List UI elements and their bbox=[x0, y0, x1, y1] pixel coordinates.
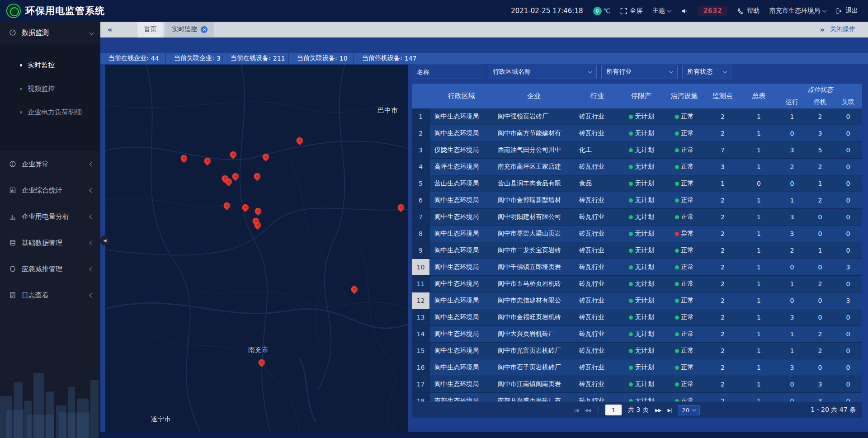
table-header: 行政区域 企业 行业 停限产 治污设施 监测点 总表 点位状态 运行 停机 失联 bbox=[412, 84, 862, 108]
name-filter-input[interactable] bbox=[412, 65, 483, 79]
sidebar-item-0[interactable]: 数据监测 bbox=[0, 22, 100, 43]
tabs-scroll-left-icon[interactable]: « bbox=[108, 25, 112, 34]
cell-meters: 1 bbox=[740, 393, 778, 401]
cell-facility-status: 正常 bbox=[663, 292, 706, 309]
map-collapse-button[interactable]: ◀ bbox=[100, 235, 110, 245]
cell-stopped: 5 bbox=[806, 142, 834, 158]
table-row[interactable]: 17阆中生态环境局阆中市江南镇阆南页岩砖瓦行业无计划正常21030 bbox=[412, 376, 862, 393]
close-operations-button[interactable]: 关闭操作 bbox=[830, 25, 855, 33]
cell-offline: 0 bbox=[834, 125, 862, 141]
cell-stopped: 0 bbox=[806, 226, 834, 242]
table-row[interactable]: 9阆中生态环境局阆中市二龙长宝页岩砖砖瓦行业无计划正常21210 bbox=[412, 242, 862, 259]
table-row[interactable]: 13阆中生态环境局阆中市金福旺页岩机砖砖瓦行业无计划正常21300 bbox=[412, 309, 862, 326]
pager-divider: | bbox=[597, 406, 599, 414]
map-pin-icon[interactable] bbox=[231, 172, 240, 181]
map-pin-icon[interactable] bbox=[252, 172, 262, 181]
table-row[interactable]: 12阆中生态环境局阆中市忠信建材有限公砖瓦行业无计划正常21003 bbox=[412, 292, 862, 309]
sidebar-subitem-1[interactable]: 视频监控 bbox=[0, 77, 100, 100]
cell-offline: 0 bbox=[834, 209, 862, 225]
table-row[interactable]: 16阆中生态环境局阆中市石子页岩机砖厂砖瓦行业无计划正常21300 bbox=[412, 359, 862, 376]
chevron-left-icon bbox=[90, 240, 94, 245]
theme-dropdown[interactable]: 主题 bbox=[652, 7, 671, 15]
cell-company: 南充市高坪区王家店建 bbox=[493, 159, 575, 175]
page-number-input[interactable] bbox=[605, 405, 622, 415]
map-pin-icon[interactable] bbox=[396, 203, 406, 212]
sidebar-item-5[interactable]: 应急减排管理 bbox=[0, 256, 100, 282]
tab-0[interactable]: 首页 bbox=[137, 22, 163, 38]
stat-value: 3 bbox=[217, 55, 221, 62]
pager-last-icon[interactable]: ▶| bbox=[667, 408, 671, 413]
cell-region: 阆中生态环境局 bbox=[430, 276, 493, 292]
stats-icon bbox=[9, 187, 16, 194]
fullscreen-button[interactable]: 全屏 bbox=[620, 7, 642, 15]
map-pin-icon[interactable] bbox=[228, 150, 238, 160]
status-filter-select[interactable]: 所有状态 bbox=[682, 65, 731, 79]
table-row[interactable]: 8阆中生态环境局阆中市枣碧大梁山页岩砖瓦行业无计划异常21300 bbox=[412, 226, 862, 242]
industry-filter-select[interactable]: 所有行业 bbox=[601, 65, 678, 79]
map-pin-icon[interactable] bbox=[295, 136, 305, 145]
help-button[interactable]: 帮助 bbox=[737, 7, 760, 15]
logout-button[interactable]: 退出 bbox=[836, 7, 858, 15]
chevron-down-icon bbox=[90, 30, 94, 35]
alert-count-badge[interactable]: 2632 bbox=[698, 6, 727, 16]
table-row[interactable]: 2阆中生态环境局阆中市南方节能建材有砖瓦行业无计划正常21030 bbox=[412, 125, 862, 142]
cell-running: 1 bbox=[778, 108, 806, 125]
sidebar-item-2[interactable]: 企业综合统计 bbox=[0, 177, 100, 203]
header-running: 运行 bbox=[778, 96, 806, 108]
map-pin-icon[interactable] bbox=[203, 156, 212, 166]
map-pin-icon[interactable] bbox=[241, 203, 250, 212]
sidebar-item-4[interactable]: 基础数据管理 bbox=[0, 230, 100, 256]
cell-stopped: 0 bbox=[806, 209, 834, 225]
map-pin-icon[interactable] bbox=[179, 153, 189, 163]
row-index: 15 bbox=[412, 343, 430, 359]
tab-1[interactable]: 实时监控× bbox=[165, 22, 214, 38]
cell-offline: 3 bbox=[834, 292, 862, 309]
cell-region: 阆中生态环境局 bbox=[430, 209, 493, 225]
row-index: 14 bbox=[412, 326, 430, 342]
sidebar-subitem-2[interactable]: 企业电力负荷明细 bbox=[0, 100, 100, 124]
page-size-select[interactable]: 20 bbox=[678, 405, 700, 415]
bullet-icon bbox=[20, 64, 22, 66]
table-row[interactable]: 11阆中生态环境局阆中市五马桥页岩机砖砖瓦行业无计划正常21120 bbox=[412, 276, 862, 292]
org-dropdown[interactable]: 南充市生态环境局 bbox=[769, 7, 826, 15]
sidebar-item-3[interactable]: 企业用电量分析 bbox=[0, 203, 100, 230]
map-pin-icon[interactable] bbox=[350, 285, 359, 294]
sidebar-subitem-label: 视频监控 bbox=[28, 85, 55, 93]
cell-points: 2 bbox=[706, 359, 740, 376]
tab-close-icon[interactable]: × bbox=[201, 26, 208, 33]
table-row[interactable]: 3仪陇生态环境局西南油气田分公司川中化工无计划正常71350 bbox=[412, 142, 862, 159]
table-row[interactable]: 15阆中生态环境局阆中市光富页岩机砖厂砖瓦行业无计划正常21120 bbox=[412, 343, 862, 359]
table-row[interactable]: 1阆中生态环境局阆中强锐页岩砖厂砖瓦行业无计划正常21120 bbox=[412, 108, 862, 125]
tabs-scroll-right-icon[interactable]: » bbox=[820, 25, 825, 34]
table-row[interactable]: 18南部生态环境局南部县兴盛页岩砖厂有砖瓦行业无计划正常21030 bbox=[412, 393, 862, 401]
sidebar-subitem-0[interactable]: 实时监控 bbox=[0, 53, 100, 77]
map-pin-icon[interactable] bbox=[257, 358, 267, 367]
table-row[interactable]: 14阆中生态环境局阆中大兴页岩机砖厂砖瓦行业无计划正常21120 bbox=[412, 326, 862, 343]
cell-points: 2 bbox=[706, 393, 740, 401]
status-dot-green-icon bbox=[675, 115, 679, 119]
cell-meters: 1 bbox=[740, 142, 778, 158]
cell-meters: 0 bbox=[740, 175, 778, 192]
region-filter-select[interactable]: 行政区域名称 bbox=[488, 65, 597, 79]
sidebar-item-6[interactable]: 日志查看 bbox=[0, 282, 100, 308]
speaker-button[interactable] bbox=[681, 8, 688, 14]
table-row[interactable]: 5营山生态环境局营山县润丰肉食品有限食品无计划正常10010 bbox=[412, 175, 862, 192]
sidebar-item-1[interactable]: 企业异常 bbox=[0, 151, 100, 177]
cell-limit-status: 无计划 bbox=[620, 142, 663, 158]
pager-next-icon[interactable]: ▶▶ bbox=[655, 408, 661, 413]
map-pin-icon[interactable] bbox=[261, 152, 270, 162]
cell-meters: 1 bbox=[740, 376, 778, 392]
map-pin-icon[interactable] bbox=[222, 201, 232, 211]
pager-first-icon[interactable]: |◀ bbox=[574, 408, 578, 413]
map-pin-icon[interactable] bbox=[254, 206, 263, 216]
table-row[interactable]: 4高坪生态环境局南充市高坪区王家店建砖瓦行业无计划正常31220 bbox=[412, 159, 862, 175]
cell-running: 0 bbox=[778, 175, 806, 192]
table-row[interactable]: 6阆中生态环境局阆中市金博瑞新型墙材砖瓦行业无计划正常21120 bbox=[412, 192, 862, 209]
cell-facility-status: 正常 bbox=[663, 209, 706, 225]
cell-facility-status: 正常 bbox=[663, 359, 706, 376]
map-panel[interactable]: 巴中市南充市遂宁市 ◀ bbox=[105, 65, 408, 432]
table-row[interactable]: 10阆中生态环境局阆中千佛镇五郎垭页岩砖瓦行业无计划正常21003 bbox=[412, 259, 862, 276]
table-row[interactable]: 7阆中生态环境局阆中明阳建材有限公司砖瓦行业无计划正常21300 bbox=[412, 209, 862, 226]
cell-industry: 砖瓦行业 bbox=[575, 108, 620, 125]
pager-prev-icon[interactable]: ◀◀ bbox=[585, 408, 590, 413]
